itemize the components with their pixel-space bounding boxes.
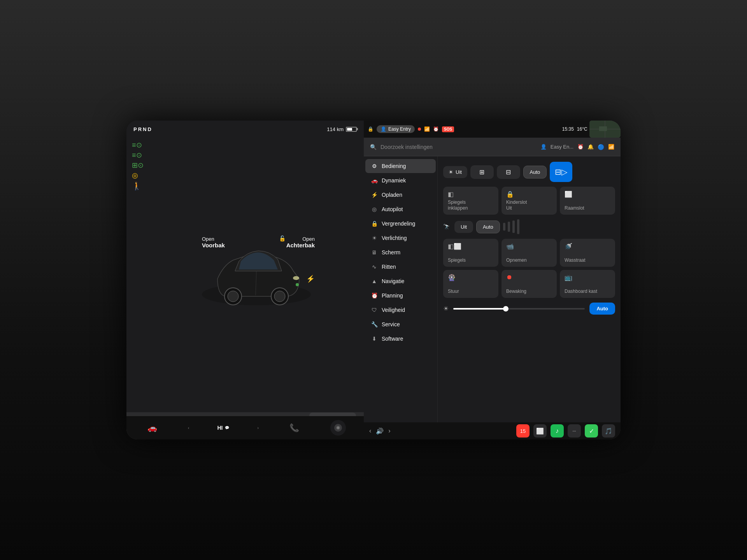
nav-item-vergrendeling[interactable]: 🔒 Vergrendeling [365,217,436,231]
raamslot-label: Raamslot [565,205,610,211]
stuur-card[interactable]: 🎡 Stuur [443,270,498,298]
service-icon: 🔧 [371,321,378,327]
spiegels-inklappen-card[interactable]: ◧ Spiegelsinklappen [443,187,498,215]
wiper-seg-1[interactable] [503,223,505,231]
camera-taskbar-icon[interactable] [330,420,346,436]
nav-item-software[interactable]: ⬇ Software [365,332,436,346]
bluetooth-icon: 🔵 [598,144,604,150]
easy-entry-label: Easy Entry [388,126,411,132]
nav-item-verlichting[interactable]: ☀ Verlichting [365,231,436,245]
wiper-auto-label: Auto [483,224,493,230]
car-status-icon[interactable]: 🚗 [144,420,160,436]
nav-item-opladen[interactable]: ⚡ Opladen [365,188,436,202]
wiper-seg-3[interactable] [512,220,515,233]
nav-item-veiligheid[interactable]: 🛡 Veiligheid [365,303,436,317]
light-full-btn[interactable]: ⊟▷ [550,162,572,182]
svg-point-7 [296,283,299,286]
top-status-bar: 🔒 👤 Easy Entry 📶 ⏰ SOS 15:35 16°C [364,121,621,138]
music-app-icon[interactable]: 🎵 [602,424,615,438]
bewaking-card[interactable]: ⏺ Bewaking [502,270,557,298]
brightness-slider[interactable] [453,308,585,310]
nav-item-ritten[interactable]: ∿ Ritten [365,260,436,274]
search-bar: 🔍 Doorzoek instellingen 👤 Easy En... ⏰ 🔔… [364,138,621,156]
raamslot-icon: ⬜ [565,191,610,198]
wiper-seg-4[interactable] [517,219,519,234]
nav-item-autopilot[interactable]: ◎ Autopilot [365,202,436,216]
apps-icon[interactable]: ⬜ [533,424,547,438]
wiper-seg-2[interactable] [508,222,510,232]
nav-label-vergrendeling: Vergrendeling [382,220,415,227]
lighting-control-row: ☀ Uit ⊞ ⊟ Auto ⊟▷ [443,162,615,182]
highbeam-icon: ≡⊙ [132,152,144,159]
nav-label-navigatie: Navigatie [382,278,404,284]
prev-icon[interactable]: ‹ [369,427,371,434]
navigatie-icon: ▲ [371,278,378,284]
nav-item-navigatie[interactable]: ▲ Navigatie [365,274,436,288]
spiegels-icon: ◧⬜ [448,243,494,250]
volume-icon[interactable]: 🔊 [376,427,384,435]
brightness-auto-btn[interactable]: Auto [589,303,615,315]
calendar-app-icon[interactable]: 15 [516,424,530,438]
brightness-thumb [503,306,509,312]
next-icon[interactable]: › [388,427,390,434]
spiegels-card[interactable]: ◧⬜ Spiegels [443,239,498,267]
dashboard-kast-icon: 📺 [565,274,610,281]
svg-point-4 [274,291,285,302]
check-symbol: ✓ [589,427,594,435]
spotify-symbol: ♪ [556,427,559,434]
search-right-icons: 👤 Easy En... ⏰ 🔔 🔵 📶 [540,144,614,150]
vergrendeling-icon: 🔒 [371,220,378,227]
nav-label-scherm: Scherm [382,249,400,256]
battery-fill [347,128,352,131]
main-content: ⚙ Bediening 🚗 Dynamiek ⚡ Opladen ◎ Autop… [364,156,621,422]
nav-item-scherm[interactable]: 🖥 Scherm [365,245,436,259]
bediening-icon: ⚙ [371,163,378,169]
nav-item-planning[interactable]: ⏰ Planning [365,289,436,303]
battery-km: 114 km [327,126,344,132]
brightness-fill [453,308,506,310]
sun-icon: ☀ [449,169,453,175]
light-uit-label: Uit [456,169,462,175]
dashboard-kast-card[interactable]: 📺 Dashboard kast [560,270,615,298]
sidebar-nav: ⚙ Bediening 🚗 Dynamiek ⚡ Opladen ◎ Autop… [364,156,438,422]
kinderslot-card[interactable]: 🔒 KinderslotUit [502,187,557,215]
check-app-icon[interactable]: ✓ [585,424,598,438]
autopilot-icon: ◎ [371,206,378,212]
nav-item-bediening[interactable]: ⚙ Bediening [365,159,436,173]
spiegels-label: Spiegels [448,257,494,263]
mirror-fold-icon: ◧ [448,191,494,198]
arrow-left-icon[interactable]: ‹ [188,426,189,430]
car-labels-container: Open Voorbak 🔓 Open Achterbak [194,232,319,318]
wasstraat-label: Wasstraat [565,257,610,263]
mini-map[interactable] [589,121,621,138]
nav-item-dynamiek[interactable]: 🚗 Dynamiek [365,173,436,187]
nav-label-autopilot: Autopilot [382,206,403,212]
phone-icon[interactable]: 📞 [287,420,302,436]
opnemen-card[interactable]: 📹 Opnemen [502,239,557,267]
battery-info: 114 km [327,126,357,132]
wifi-icon-search: 📶 [608,144,614,150]
apps-symbol: ⬜ [536,427,544,435]
more-apps-icon[interactable]: ··· [568,424,581,438]
light-beam-btn[interactable]: ⊟ [497,165,520,179]
spotify-icon[interactable]: ♪ [551,424,564,438]
raamslot-card[interactable]: ⬜ Raamslot [560,187,615,215]
user-icon: 👤 [540,144,547,150]
wiper-uit-btn[interactable]: Uit [454,221,473,233]
wiper-auto-btn[interactable]: Auto [476,220,500,233]
wasstraat-card[interactable]: 🚿 Wasstraat [560,239,615,267]
music-symbol: 🎵 [605,427,612,435]
arrow-right-icon[interactable]: › [258,426,259,430]
opnemen-label: Opnemen [506,257,552,263]
opladen-icon: ⚡ [371,192,378,198]
nav-label-veiligheid: Veiligheid [382,307,405,313]
nav-item-service[interactable]: 🔧 Service [365,317,436,331]
search-input[interactable]: Doorzoek instellingen [381,144,537,150]
easy-entry-badge[interactable]: 👤 Easy Entry [377,125,415,133]
light-uit-btn[interactable]: ☀ Uit [443,166,467,178]
light-fog-btn[interactable]: ⊞ [470,165,494,179]
brightness-auto-label: Auto [596,306,608,312]
sos-badge: SOS [442,126,454,132]
light-auto-btn[interactable]: Auto [523,166,547,178]
dashboard-kast-label: Dashboard kast [565,289,610,294]
